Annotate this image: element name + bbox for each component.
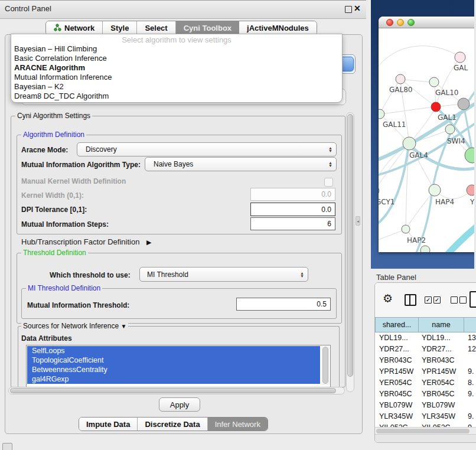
control-panel-title: Control Panel	[5, 4, 51, 13]
node-hap4[interactable]	[429, 184, 441, 196]
node-label: HAP2	[407, 236, 426, 244]
kernel-width-field[interactable]: 0.0	[250, 188, 335, 201]
popup-prompt: Select algorithm to view settings	[11, 35, 342, 44]
node-gal80[interactable]	[396, 74, 405, 84]
tab-select[interactable]: Select	[137, 21, 175, 35]
node-hap2[interactable]	[402, 225, 410, 233]
tab-discretize-data[interactable]: Discretize Data	[138, 418, 207, 431]
gear-icon[interactable]: ⚙	[383, 293, 393, 304]
combo-arrows-icon: ▲▼	[328, 161, 332, 167]
node-gray[interactable]	[458, 98, 470, 110]
new-table-icon[interactable]	[470, 291, 476, 308]
network-icon	[54, 24, 61, 33]
combo-arrows-icon: ▲▼	[300, 272, 304, 278]
node-gal2[interactable]	[455, 52, 465, 63]
select-all-checkbox-icon[interactable]: ✓	[425, 296, 432, 304]
tab-network[interactable]: Network	[46, 21, 103, 35]
network-canvas[interactable]: GAL GAL80 GAL10 GAL1 GAL11 SWI4 GAL4 GCY…	[379, 28, 476, 252]
column-header-avg[interactable]: A	[464, 317, 476, 332]
manual-kernel-label: Manual Kernel Width Definition	[21, 177, 126, 185]
node-gal4[interactable]	[403, 137, 416, 150]
algorithm-option[interactable]: Dream8 DC_TDC Algorithm	[11, 92, 341, 101]
close-icon[interactable]: ✕	[354, 4, 361, 13]
which-threshold-combo[interactable]: MI Threshold ▲▼	[139, 267, 308, 282]
node-label: GCY1	[379, 198, 395, 206]
float-window-icon[interactable]	[345, 6, 352, 13]
dpi-tolerance-field[interactable]: 0.0	[250, 203, 335, 216]
select-all-checkbox-icon[interactable]: ✓	[433, 296, 441, 304]
aracne-mode-combo[interactable]: Discovery ▲▼	[77, 142, 337, 156]
deselect-checkbox-icon[interactable]	[459, 296, 467, 304]
list-scrollbar[interactable]	[321, 346, 330, 385]
deselect-checkbox-icon[interactable]	[451, 296, 458, 304]
node-gcy1[interactable]	[379, 186, 379, 195]
table-row[interactable]: YLR345WYLR345W9.	[375, 412, 476, 423]
algorithm-option[interactable]: Bayesian – K2	[11, 82, 341, 92]
table-row[interactable]: YDR27...YDR27...12	[375, 345, 476, 356]
list-item[interactable]: TopologicalCoefficient	[27, 356, 320, 365]
node-gal1-selected[interactable]	[431, 102, 441, 112]
settings-vertical-scrollbar[interactable]	[346, 112, 354, 392]
algorithm-dropdown-popup: Select algorithm to view settings Bayesi…	[11, 34, 343, 103]
node-label: GAL10	[435, 89, 458, 97]
cyni-algorithm-settings-legend: Cyni Algorithm Settings	[15, 112, 92, 120]
list-item[interactable]: gal4RGexp	[27, 374, 320, 384]
list-item[interactable]: BetweennessCentrality	[27, 365, 320, 374]
network-window[interactable]: GAL GAL80 GAL10 GAL1 GAL11 SWI4 GAL4 GCY…	[379, 17, 476, 252]
control-panel-titlebar	[0, 0, 366, 19]
algorithm-option[interactable]: Mutual Information Inference	[11, 73, 341, 82]
kernel-width-label: Kernel Width (0,1):	[21, 191, 84, 200]
mi-threshold-field[interactable]: 0.5	[236, 298, 331, 311]
algorithm-option-selected[interactable]: ARACNE Algorithm	[11, 63, 341, 73]
settings-horizontal-scrollbar[interactable]	[8, 387, 345, 394]
table-header-row: shared... name A	[375, 317, 476, 332]
table-row[interactable]: YDL19...YDL19...13	[375, 334, 476, 345]
corner-widget[interactable]	[2, 443, 12, 450]
node-swi4[interactable]	[445, 125, 455, 134]
table-toolbar: ⚙ ✓ ✓	[375, 283, 476, 317]
tab-cyni-toolbox[interactable]: Cyni Toolbox	[176, 21, 239, 35]
manual-kernel-checkbox[interactable]	[324, 178, 333, 187]
table-row[interactable]: YBR045CYBR045C9.	[375, 390, 476, 401]
table-row[interactable]: YPR145WYPR145W9.	[375, 367, 476, 379]
mi-threshold-definition-legend: MI Threshold Definition	[26, 284, 102, 292]
node-label: GAL4	[409, 151, 428, 159]
table-row[interactable]: YBR043CYBR043C	[375, 356, 476, 367]
hub-section-toggle[interactable]: Hub/Transcription Factor Definition ▶	[21, 237, 151, 246]
node-bottom[interactable]	[420, 246, 430, 252]
column-chooser-icon[interactable]	[405, 294, 416, 306]
algorithm-option[interactable]: Basic Correlation Inference	[11, 54, 341, 63]
table-row[interactable]: YER054CYER054C8.	[375, 379, 476, 390]
tab-style[interactable]: Style	[103, 21, 137, 35]
mi-threshold-label: Mutual Information Threshold:	[27, 301, 129, 309]
node-label: SWI4	[447, 137, 465, 145]
mi-steps-label: Mutual Information Steps:	[21, 220, 109, 229]
node-label: GAL1	[438, 113, 457, 122]
table-horizontal-scrollbar[interactable]	[375, 427, 476, 434]
tab-impute-data[interactable]: Impute Data	[79, 418, 138, 431]
panel-divider-handle[interactable]: ◂	[356, 216, 360, 226]
data-attributes-label: Data Attributes	[21, 334, 72, 343]
column-header-shared[interactable]: shared...	[375, 317, 419, 332]
tab-infer-network[interactable]: Infer Network	[208, 418, 268, 431]
minimize-traffic-icon[interactable]	[397, 19, 404, 26]
sources-legend[interactable]: Sources for Network Inference ▼	[21, 322, 128, 330]
table-panel: ⚙ ✓ ✓ shared... name A YDL19...YDL19...1…	[374, 282, 476, 443]
node-gal10[interactable]	[429, 77, 439, 87]
aracne-mode-label: Aracne Mode:	[21, 146, 68, 154]
column-header-name[interactable]: name	[419, 317, 464, 332]
apply-button[interactable]: Apply	[159, 397, 200, 412]
tab-network-label: Network	[64, 24, 94, 32]
data-attributes-list[interactable]: SelfLoops TopologicalCoefficient Between…	[26, 345, 331, 387]
mi-type-combo[interactable]: Naive Bayes ▲▼	[145, 157, 337, 171]
table-row[interactable]: YBL079WYBL079W	[375, 401, 476, 412]
close-traffic-icon[interactable]	[386, 19, 393, 26]
zoom-traffic-icon[interactable]	[407, 19, 415, 26]
network-window-titlebar[interactable]	[379, 17, 476, 28]
mi-steps-field[interactable]: 6	[250, 217, 335, 230]
algorithm-option[interactable]: Bayesian – Hill Climbing	[11, 44, 341, 54]
node-label: GAL	[454, 64, 468, 72]
app-screen: Control Panel ✕ Network Style Select Cyn…	[0, 0, 476, 450]
tab-jactivemnodules[interactable]: jActiveMNodules	[239, 21, 317, 35]
list-item[interactable]: SelfLoops	[27, 346, 320, 356]
